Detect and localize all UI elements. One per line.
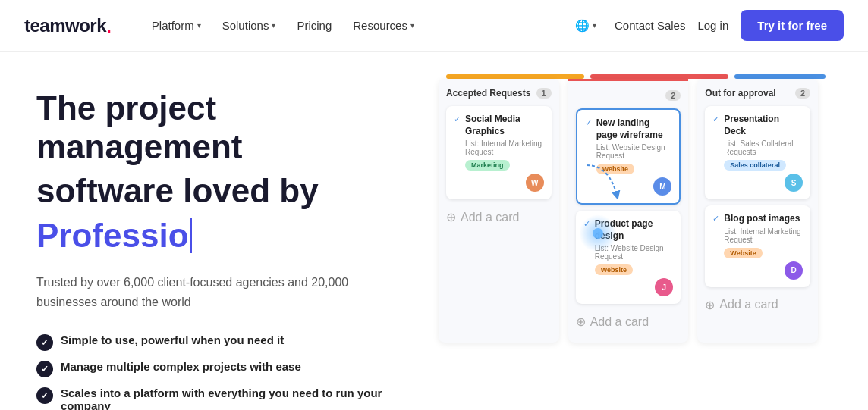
col-count-inprogress: 2 — [665, 90, 681, 101]
language-selector[interactable]: 🌐 ▾ — [569, 13, 602, 39]
col-header-accepted: Accepted Requests 1 — [446, 88, 552, 99]
card-title: Presentation Deck — [724, 114, 803, 137]
navbar: teamwork . Platform ▾ Solutions ▾ Pricin… — [0, 0, 868, 52]
chevron-down-icon: ▾ — [272, 21, 275, 30]
card-tag: Website — [724, 248, 762, 258]
card-tag: Website — [595, 264, 633, 275]
try-free-button[interactable]: Try it for free — [741, 10, 844, 41]
add-card-button-col3[interactable]: ⊕ Add a card — [705, 293, 810, 317]
col-header-approval: Out for approval 2 — [705, 88, 810, 99]
card-title: Social Media Graphics — [465, 114, 544, 137]
chevron-down-icon: ▾ — [197, 21, 201, 30]
chevron-down-icon: ▾ — [593, 21, 596, 30]
check-icon-1 — [36, 334, 53, 351]
chevron-down-icon: ▾ — [410, 21, 414, 30]
avatar: D — [785, 261, 803, 280]
glow-dot-inner — [593, 228, 603, 239]
plus-icon: ⊕ — [705, 298, 715, 312]
card-check-icon: ✓ — [712, 114, 719, 124]
card-content: Blog post images List: Internal Marketin… — [724, 213, 803, 258]
kanban-card[interactable]: ✓ Social Media Graphics List: Internal M… — [446, 106, 552, 199]
kanban-card[interactable]: ✓ Presentation Deck List: Sales Collater… — [705, 106, 810, 199]
card-list: List: Internal Marketing Request — [724, 227, 803, 244]
nav-solutions[interactable]: Solutions ▾ — [213, 13, 285, 38]
avatar: S — [785, 174, 803, 192]
login-button[interactable]: Log in — [697, 19, 728, 32]
card-tag: Sales collateral — [724, 160, 786, 171]
text-cursor — [190, 218, 192, 253]
avatar: J — [655, 278, 673, 296]
card-row: ✓ Presentation Deck List: Sales Collater… — [712, 114, 803, 171]
card-title: Blog post images — [724, 213, 803, 225]
plus-icon: ⊕ — [446, 210, 456, 224]
hero-animated-text: Professio — [36, 217, 431, 255]
card-title: New landing page wireframe — [596, 117, 672, 141]
col-title-accepted: Accepted Requests — [446, 88, 530, 99]
logo[interactable]: teamwork . — [24, 14, 112, 38]
connector-arrow — [579, 158, 640, 218]
hero-heading-line1: The project management — [36, 89, 431, 166]
avatar: M — [653, 177, 671, 196]
feature-item-2: Manage multiple complex projects with ea… — [36, 360, 431, 377]
globe-icon: 🌐 — [575, 19, 590, 33]
card-row: ✓ Social Media Graphics List: Internal M… — [454, 114, 544, 171]
check-icon-3 — [36, 387, 53, 404]
hero-heading-line2: software loved by — [36, 172, 431, 211]
nav-links: Platform ▾ Solutions ▾ Pricing Resources… — [143, 13, 569, 38]
feature-item-3: Scales into a platform with everything y… — [36, 387, 431, 410]
nav-pricing[interactable]: Pricing — [288, 13, 341, 38]
hero-illustration: Accepted Requests 1 ✓ Social Media Graph… — [431, 82, 832, 410]
nav-resources[interactable]: Resources ▾ — [344, 13, 423, 38]
contact-sales-link[interactable]: Contact Sales — [615, 19, 685, 32]
card-check-icon: ✓ — [454, 114, 461, 124]
col-count-approval: 2 — [795, 88, 810, 99]
features-list: Simple to use, powerful when you need it… — [36, 333, 431, 410]
plus-icon: ⊕ — [576, 315, 586, 329]
nav-right: 🌐 ▾ Contact Sales Log in Try it for free — [569, 10, 844, 41]
hero-left: The project management software loved by… — [36, 82, 431, 410]
card-list: List: Internal Marketing Request — [465, 139, 544, 156]
col-title-approval: Out for approval — [705, 88, 775, 99]
card-tag: Marketing — [465, 160, 510, 171]
feature-item-1: Simple to use, powerful when you need it — [36, 333, 431, 351]
card-content: Social Media Graphics List: Internal Mar… — [465, 114, 544, 171]
add-card-button-col2[interactable]: ⊕ Add a card — [576, 310, 681, 333]
logo-text: teamwork — [24, 15, 106, 36]
kanban-card[interactable]: ✓ Blog post images List: Internal Market… — [705, 205, 810, 287]
card-content: Presentation Deck List: Sales Collateral… — [724, 114, 803, 171]
glow-dot — [579, 214, 617, 252]
avatar: W — [526, 174, 544, 192]
card-row: ✓ Blog post images List: Internal Market… — [712, 213, 803, 258]
nav-platform[interactable]: Platform ▾ — [143, 13, 210, 38]
hero-subtitle: Trusted by over 6,000 client-focused age… — [36, 273, 370, 311]
col-count-accepted: 1 — [536, 88, 552, 99]
kanban-col-accepted: Accepted Requests 1 ✓ Social Media Graph… — [439, 79, 559, 343]
col-header-inprogress: 2 — [576, 90, 681, 101]
card-list: List: Sales Collateral Requests — [724, 139, 803, 156]
card-check-icon: ✓ — [712, 214, 719, 224]
kanban-board: Accepted Requests 1 ✓ Social Media Graph… — [431, 74, 826, 343]
check-icon-2 — [36, 361, 53, 377]
logo-dot: . — [106, 14, 112, 38]
add-card-button-col1[interactable]: ⊕ Add a card — [446, 205, 552, 229]
kanban-col-approval: Out for approval 2 ✓ Presentation Deck L… — [697, 79, 818, 343]
card-check-icon: ✓ — [585, 118, 592, 128]
hero-section: The project management software loved by… — [0, 52, 868, 410]
